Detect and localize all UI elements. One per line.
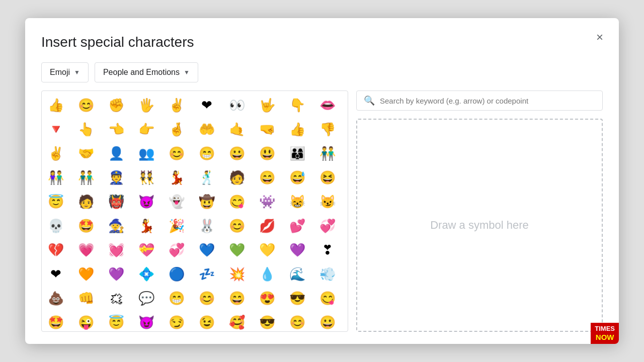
- emoji-cell[interactable]: 🤩: [44, 310, 68, 331]
- emoji-cell[interactable]: 👀: [225, 93, 249, 117]
- emoji-grid-wrapper[interactable]: 👍😊✊🖐✌❤👀🤟👇👄🔻👆👈👉🤞🤲🤙🤜👍👎✌🤝👤👥😊😁😀😃👨‍👩‍👦👬👫👬👮👯💃🕺…: [42, 91, 348, 331]
- emoji-cell[interactable]: 🤟: [255, 93, 279, 117]
- emoji-cell[interactable]: 💞: [315, 214, 340, 238]
- search-input[interactable]: [380, 97, 595, 105]
- emoji-cell[interactable]: 😊: [165, 141, 189, 165]
- emoji-cell[interactable]: 💛: [255, 238, 279, 262]
- emoji-cell[interactable]: 🧙: [104, 214, 128, 238]
- emoji-cell[interactable]: ❣: [315, 238, 340, 262]
- emoji-cell[interactable]: 😅: [285, 165, 309, 190]
- emoji-cell[interactable]: 🕺: [195, 165, 219, 190]
- emoji-cell[interactable]: 😊: [285, 310, 309, 331]
- emoji-cell[interactable]: 👨‍👩‍👦: [285, 141, 309, 165]
- emoji-cell[interactable]: 💤: [195, 262, 219, 286]
- emoji-cell[interactable]: 💠: [134, 262, 158, 286]
- emoji-cell[interactable]: 👄: [315, 93, 340, 117]
- emoji-cell[interactable]: 😀: [225, 141, 249, 165]
- emoji-cell[interactable]: 😜: [74, 310, 98, 331]
- emoji-cell[interactable]: 💝: [134, 238, 158, 262]
- emoji-cell[interactable]: 😀: [315, 310, 340, 331]
- emoji-cell[interactable]: 💙: [195, 238, 219, 262]
- emoji-cell[interactable]: 😃: [255, 141, 279, 165]
- emoji-cell[interactable]: 🤜: [255, 117, 279, 141]
- emoji-cell[interactable]: 💃: [165, 165, 189, 190]
- emoji-cell[interactable]: 🗯: [104, 286, 128, 310]
- emoji-cell[interactable]: ✌: [44, 141, 68, 165]
- emoji-cell[interactable]: ✌: [165, 93, 189, 117]
- emoji-cell[interactable]: 🧑: [74, 190, 98, 214]
- emoji-cell[interactable]: 👎: [315, 117, 340, 141]
- emoji-cell[interactable]: 👫: [44, 165, 68, 190]
- subcategory-dropdown[interactable]: People and Emotions ▼: [95, 62, 198, 82]
- emoji-cell[interactable]: 😇: [104, 310, 128, 331]
- emoji-cell[interactable]: 💧: [255, 262, 279, 286]
- emoji-cell[interactable]: 👍: [285, 117, 309, 141]
- emoji-cell[interactable]: 💓: [104, 238, 128, 262]
- emoji-cell[interactable]: 👥: [134, 141, 158, 165]
- emoji-cell[interactable]: 💜: [285, 238, 309, 262]
- emoji-cell[interactable]: 💚: [225, 238, 249, 262]
- emoji-cell[interactable]: 👉: [134, 117, 158, 141]
- emoji-cell[interactable]: 😊: [225, 214, 249, 238]
- emoji-cell[interactable]: 👯: [134, 165, 158, 190]
- emoji-cell[interactable]: 😄: [255, 165, 279, 190]
- emoji-cell[interactable]: 😋: [315, 286, 340, 310]
- emoji-cell[interactable]: 🤠: [195, 190, 219, 214]
- emoji-cell[interactable]: 😏: [165, 310, 189, 331]
- emoji-cell[interactable]: 😋: [225, 190, 249, 214]
- emoji-cell[interactable]: 😼: [315, 190, 340, 214]
- emoji-cell[interactable]: 😊: [74, 93, 98, 117]
- emoji-cell[interactable]: ✊: [104, 93, 128, 117]
- emoji-cell[interactable]: 😇: [44, 190, 68, 214]
- emoji-cell[interactable]: 💞: [165, 238, 189, 262]
- emoji-cell[interactable]: 🤝: [74, 141, 98, 165]
- emoji-cell[interactable]: 👻: [165, 190, 189, 214]
- emoji-cell[interactable]: 💗: [74, 238, 98, 262]
- emoji-cell[interactable]: 💀: [44, 214, 68, 238]
- emoji-cell[interactable]: 💔: [44, 238, 68, 262]
- emoji-cell[interactable]: 💃: [134, 214, 158, 238]
- emoji-cell[interactable]: 👊: [74, 286, 98, 310]
- emoji-cell[interactable]: 👬: [315, 141, 340, 165]
- emoji-cell[interactable]: 🖐: [134, 93, 158, 117]
- emoji-cell[interactable]: 🌊: [285, 262, 309, 286]
- emoji-cell[interactable]: 🤩: [74, 214, 98, 238]
- emoji-cell[interactable]: 🧡: [74, 262, 98, 286]
- emoji-cell[interactable]: ❤: [44, 262, 68, 286]
- emoji-cell[interactable]: 🤲: [195, 117, 219, 141]
- emoji-cell[interactable]: 😉: [195, 310, 219, 331]
- emoji-cell[interactable]: 💨: [315, 262, 340, 286]
- category-dropdown[interactable]: Emoji ▼: [41, 62, 89, 82]
- emoji-cell[interactable]: 😁: [195, 141, 219, 165]
- emoji-cell[interactable]: 😈: [134, 190, 158, 214]
- emoji-cell[interactable]: 🎉: [165, 214, 189, 238]
- emoji-cell[interactable]: 😈: [134, 310, 158, 331]
- emoji-cell[interactable]: 💋: [255, 214, 279, 238]
- emoji-cell[interactable]: 👾: [255, 190, 279, 214]
- emoji-cell[interactable]: 👇: [285, 93, 309, 117]
- emoji-cell[interactable]: 😍: [255, 286, 279, 310]
- emoji-cell[interactable]: 💩: [44, 286, 68, 310]
- emoji-cell[interactable]: 😆: [315, 165, 340, 190]
- emoji-cell[interactable]: 👬: [74, 165, 98, 190]
- emoji-cell[interactable]: 🔵: [165, 262, 189, 286]
- emoji-cell[interactable]: 👹: [104, 190, 128, 214]
- emoji-cell[interactable]: 👮: [104, 165, 128, 190]
- emoji-cell[interactable]: 🥰: [225, 310, 249, 331]
- close-button[interactable]: ×: [591, 28, 609, 46]
- emoji-cell[interactable]: 🧑: [225, 165, 249, 190]
- emoji-cell[interactable]: 😸: [285, 190, 309, 214]
- emoji-cell[interactable]: 😁: [165, 286, 189, 310]
- emoji-cell[interactable]: 👈: [104, 117, 128, 141]
- emoji-cell[interactable]: 💕: [285, 214, 309, 238]
- emoji-cell[interactable]: 💬: [134, 286, 158, 310]
- emoji-cell[interactable]: 👍: [44, 93, 68, 117]
- emoji-cell[interactable]: 💜: [104, 262, 128, 286]
- emoji-cell[interactable]: 👤: [104, 141, 128, 165]
- emoji-cell[interactable]: 😊: [195, 286, 219, 310]
- emoji-cell[interactable]: 😎: [255, 310, 279, 331]
- emoji-cell[interactable]: 🐰: [195, 214, 219, 238]
- draw-area[interactable]: Draw a symbol here: [356, 119, 603, 332]
- emoji-cell[interactable]: ❤: [195, 93, 219, 117]
- emoji-cell[interactable]: 👆: [74, 117, 98, 141]
